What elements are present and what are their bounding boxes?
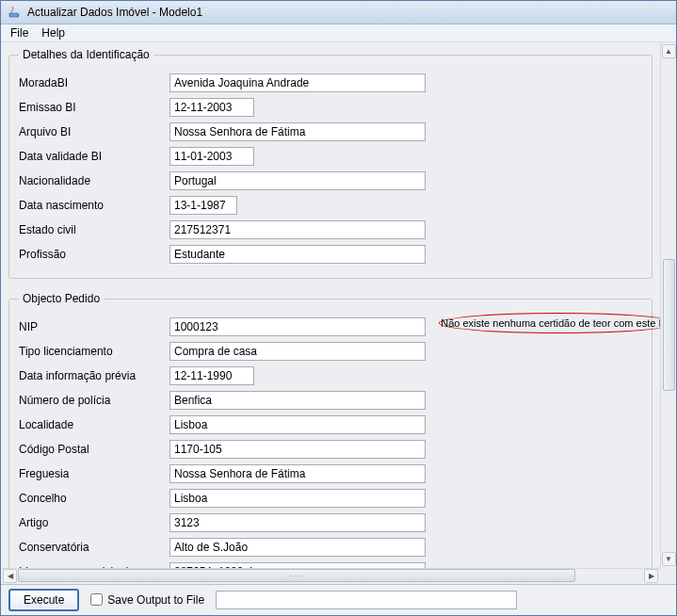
group-identificacao-legend: Detalhes da Identificação bbox=[19, 48, 153, 61]
input-profissao[interactable] bbox=[169, 245, 426, 264]
save-output-checkbox-label[interactable]: Save Output to File bbox=[90, 593, 204, 607]
execute-button[interactable]: Execute bbox=[8, 589, 79, 611]
window-title: Actualizar Dados Imóvel - Modelo1 bbox=[27, 6, 202, 19]
label-freguesia: Freguesia bbox=[19, 467, 169, 480]
scroll-down-icon[interactable]: ▼ bbox=[662, 552, 676, 566]
input-codigo-postal[interactable] bbox=[169, 440, 426, 459]
label-nacionalidade: Nacionalidade bbox=[19, 174, 169, 187]
save-output-label-text: Save Output to File bbox=[107, 593, 204, 607]
horizontal-scrollbar-row: ◀ ··· ▶ bbox=[1, 568, 676, 584]
input-id-proc-municipal[interactable] bbox=[169, 562, 426, 568]
label-data-validade-bi: Data validade BI bbox=[19, 150, 169, 163]
warning-nip: Não existe nenhuma certidão de teor com … bbox=[439, 313, 660, 333]
menu-help[interactable]: Help bbox=[36, 24, 71, 41]
vertical-scroll-thumb[interactable] bbox=[663, 259, 675, 391]
label-estado-civil: Estado civil bbox=[19, 223, 169, 236]
form-inner: Detalhes da Identificação MoradaBI Emiss… bbox=[1, 42, 660, 568]
label-concelho: Concelho bbox=[19, 492, 169, 505]
input-nip[interactable] bbox=[169, 317, 426, 336]
label-tipo-licenciamento: Tipo licenciamento bbox=[19, 345, 169, 358]
group-objecto-pedido-legend: Objecto Pedido bbox=[19, 292, 104, 305]
input-data-nascimento[interactable] bbox=[169, 196, 237, 215]
input-artigo[interactable] bbox=[169, 513, 426, 532]
input-localidade[interactable] bbox=[169, 415, 426, 434]
input-numero-policia[interactable] bbox=[169, 391, 426, 410]
label-arquivo-bi: Arquivo BI bbox=[19, 125, 169, 138]
input-arquivo-bi[interactable] bbox=[169, 122, 426, 141]
menu-file[interactable]: File bbox=[5, 24, 34, 41]
input-conservatoria[interactable] bbox=[169, 538, 426, 557]
bottom-bar: Execute Save Output to File bbox=[1, 584, 676, 615]
scroll-left-icon[interactable]: ◀ bbox=[3, 569, 17, 583]
label-conservatoria: Conservatória bbox=[19, 541, 169, 554]
menubar: File Help bbox=[1, 24, 676, 42]
label-emissao-bi: Emissao BI bbox=[19, 101, 169, 114]
input-nacionalidade[interactable] bbox=[169, 171, 426, 190]
input-estado-civil[interactable] bbox=[169, 220, 426, 239]
label-artigo: Artigo bbox=[19, 516, 169, 529]
label-morada-bi: MoradaBI bbox=[19, 76, 169, 89]
scroll-corner bbox=[660, 568, 676, 584]
input-tipo-licenciamento[interactable] bbox=[169, 342, 426, 361]
label-profissao: Profissão bbox=[19, 248, 169, 261]
save-output-path-input[interactable] bbox=[216, 591, 517, 609]
java-icon bbox=[7, 5, 22, 20]
input-emissao-bi[interactable] bbox=[169, 98, 254, 117]
group-objecto-pedido: Objecto Pedido NIP Não existe nenhuma ce… bbox=[8, 292, 653, 568]
titlebar: Actualizar Dados Imóvel - Modelo1 bbox=[1, 1, 676, 24]
scroll-up-icon[interactable]: ▲ bbox=[662, 44, 676, 58]
content-area: Detalhes da Identificação MoradaBI Emiss… bbox=[1, 42, 676, 568]
label-data-info-previa: Data informação prévia bbox=[19, 369, 169, 382]
group-identificacao: Detalhes da Identificação MoradaBI Emiss… bbox=[8, 48, 653, 279]
input-freguesia[interactable] bbox=[169, 464, 426, 483]
label-codigo-postal: Código Postal bbox=[19, 443, 169, 456]
label-numero-policia: Número de polícia bbox=[19, 394, 169, 407]
input-morada-bi[interactable] bbox=[169, 73, 426, 92]
horizontal-scrollbar[interactable]: ◀ ··· ▶ bbox=[1, 568, 660, 584]
save-output-checkbox[interactable] bbox=[90, 593, 103, 606]
horizontal-scroll-thumb[interactable]: ··· bbox=[18, 569, 575, 582]
input-data-info-previa[interactable] bbox=[169, 366, 254, 385]
scroll-right-icon[interactable]: ▶ bbox=[644, 569, 658, 583]
input-data-validade-bi[interactable] bbox=[169, 147, 254, 166]
label-nip: NIP bbox=[19, 320, 169, 333]
form-scroll: Detalhes da Identificação MoradaBI Emiss… bbox=[1, 42, 660, 568]
label-localidade: Localidade bbox=[19, 418, 169, 431]
label-data-nascimento: Data nascimento bbox=[19, 199, 169, 212]
input-concelho[interactable] bbox=[169, 489, 426, 508]
vertical-scrollbar[interactable]: ▲ ▼ bbox=[660, 42, 676, 568]
